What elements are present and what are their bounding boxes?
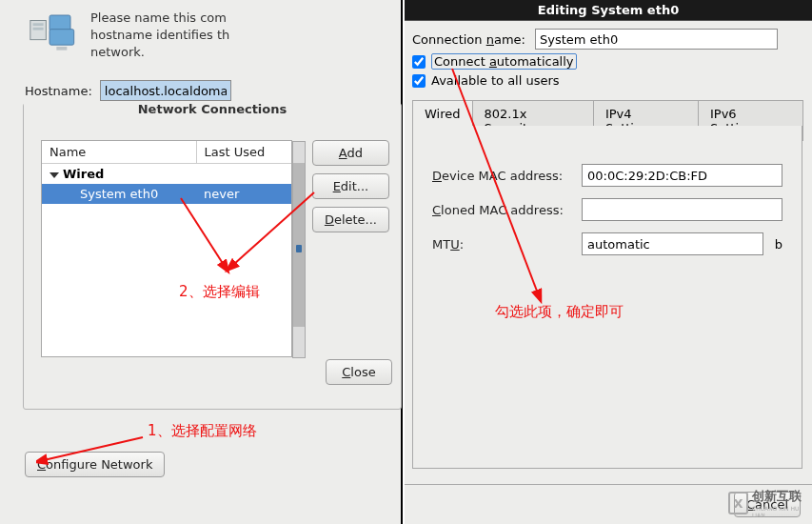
dialog-bottom-bar: Cancel X 创新互联 CHUANG XIN HU LIAN xyxy=(405,484,812,524)
available-all-checkbox[interactable] xyxy=(412,74,426,88)
device-mac-label: Device MAC address: xyxy=(432,169,570,183)
mtu-suffix: b xyxy=(775,237,782,252)
available-all-row: Available to all users xyxy=(412,73,560,88)
col-name[interactable]: Name xyxy=(42,141,196,164)
configure-network-button[interactable]: Configure Network xyxy=(25,452,165,477)
delete-label: elete... xyxy=(334,212,377,227)
cloned-mac-input[interactable] xyxy=(582,198,782,221)
svg-rect-5 xyxy=(50,30,74,46)
svg-rect-2 xyxy=(33,28,44,30)
close-wrap: Close xyxy=(23,370,402,412)
logo-sub: CHUANG XIN HU LIAN xyxy=(752,505,804,518)
connect-auto-checkbox[interactable] xyxy=(412,55,426,69)
svg-rect-6 xyxy=(56,47,67,50)
connect-auto-label: Connect automatically xyxy=(431,53,577,70)
svg-rect-3 xyxy=(50,15,70,31)
chevron-down-icon xyxy=(50,172,59,178)
hostname-label: Hostname: xyxy=(25,84,92,98)
conn-name: System eth0 xyxy=(42,184,196,204)
category-label: Wired xyxy=(63,167,104,181)
network-connections-title: Network Connections xyxy=(24,102,401,116)
col-last-used[interactable]: Last Used xyxy=(196,141,291,164)
dialog-titlebar: Editing System eth0 xyxy=(405,0,812,21)
scrollbar-thumb[interactable] xyxy=(293,163,305,327)
intro-text: Please name this com hostname identifies… xyxy=(90,10,252,62)
cfg-label: onfigure Network xyxy=(46,457,152,472)
installer-panel: Please name this com hostname identifies… xyxy=(0,0,403,524)
svg-rect-1 xyxy=(33,23,44,26)
connection-list[interactable]: Name Last Used Wired System eth0 never xyxy=(41,140,292,357)
add-button[interactable]: Add xyxy=(312,140,389,166)
connect-auto-row: Connect automatically xyxy=(412,53,577,70)
edit-button[interactable]: Edit... xyxy=(312,173,389,199)
mtu-row: MTU: b xyxy=(432,232,782,255)
hostname-row: Hostname: xyxy=(25,80,231,101)
annotation-1: 1、选择配置网络 xyxy=(148,422,257,440)
edit-connection-dialog: Editing System eth0 Connection name: Con… xyxy=(405,0,812,524)
side-buttons: Add Edit... Delete... xyxy=(312,140,389,232)
close-button[interactable]: Close xyxy=(326,359,392,385)
mtu-input[interactable] xyxy=(582,232,763,255)
watermark-logo: X 创新互联 CHUANG XIN HU LIAN xyxy=(728,490,804,516)
delete-button[interactable]: Delete... xyxy=(312,207,389,232)
cloned-mac-row: Cloned MAC address: xyxy=(432,198,782,221)
cloned-mac-label: Cloned MAC address: xyxy=(432,203,570,217)
device-mac-input[interactable] xyxy=(582,164,782,187)
tab-wired-body: Device MAC address: Cloned MAC address: … xyxy=(412,126,802,469)
add-label: dd xyxy=(347,146,364,160)
network-icon xyxy=(29,10,81,52)
scrollbar-grip-icon xyxy=(296,245,302,252)
close-label: lose xyxy=(350,365,375,379)
logo-brand: 创新互联 xyxy=(752,488,804,505)
intro-block: Please name this com hostname identifies… xyxy=(29,10,252,62)
connection-name-row: Connection name: xyxy=(412,29,778,50)
hostname-input[interactable] xyxy=(100,80,231,101)
mtu-label: MTU: xyxy=(432,237,570,252)
category-wired[interactable]: Wired xyxy=(42,164,291,185)
logo-mark-icon: X xyxy=(728,492,748,514)
edit-label: dit... xyxy=(341,179,368,193)
available-all-label: Available to all users xyxy=(431,73,560,88)
connection-name-label: Connection name: xyxy=(412,32,525,47)
device-mac-row: Device MAC address: xyxy=(432,164,782,187)
connection-name-input[interactable] xyxy=(535,29,778,50)
scrollbar[interactable] xyxy=(292,141,306,358)
connection-row[interactable]: System eth0 never xyxy=(42,184,291,204)
conn-last-used: never xyxy=(196,184,291,204)
